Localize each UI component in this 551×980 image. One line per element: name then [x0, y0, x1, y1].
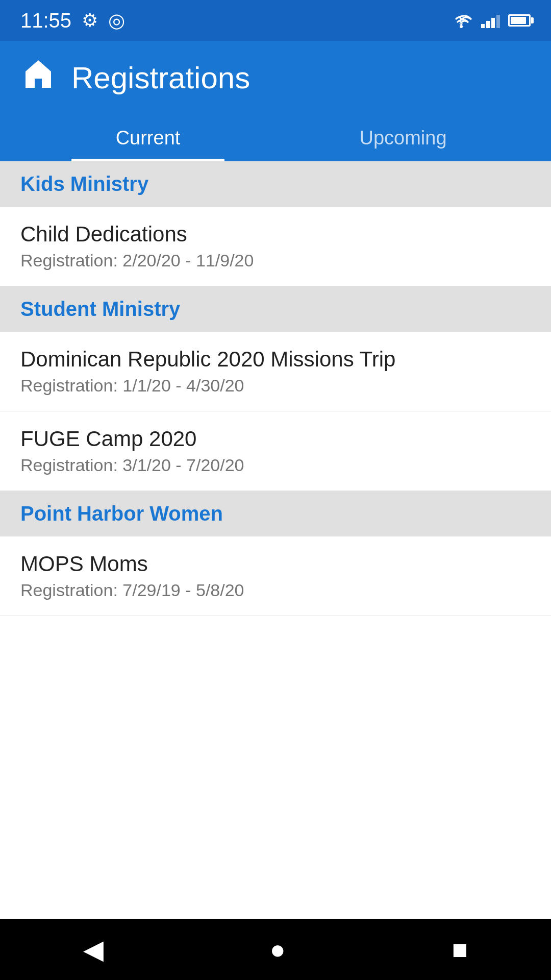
- header: Registrations Current Upcoming: [0, 41, 551, 161]
- item-title-mops-moms: MOPS Moms: [20, 552, 531, 576]
- status-bar-left: 11:55 ⚙ ◎: [20, 9, 125, 32]
- section-header-student-ministry: Student Ministry: [0, 286, 551, 332]
- wifi-icon: [449, 11, 473, 30]
- content-area: Kids Ministry Child Dedications Registra…: [0, 161, 551, 919]
- item-title-fuge-camp: FUGE Camp 2020: [20, 427, 531, 451]
- status-time: 11:55: [20, 9, 71, 32]
- home-icon[interactable]: [20, 56, 56, 100]
- back-button[interactable]: ◀: [83, 934, 104, 965]
- recent-button[interactable]: ■: [452, 934, 468, 965]
- at-circle-icon: ◎: [108, 9, 125, 32]
- section-title-student-ministry: Student Ministry: [20, 298, 180, 320]
- list-item-child-dedications[interactable]: Child Dedications Registration: 2/20/20 …: [0, 207, 551, 286]
- item-title-child-dedications: Child Dedications: [20, 222, 531, 247]
- tab-upcoming[interactable]: Upcoming: [276, 115, 531, 161]
- item-subtitle-fuge-camp: Registration: 3/1/20 - 7/20/20: [20, 455, 531, 475]
- battery-icon: [508, 14, 531, 27]
- status-bar: 11:55 ⚙ ◎: [0, 0, 551, 41]
- gear-icon: ⚙: [82, 10, 98, 31]
- tab-bar: Current Upcoming: [20, 115, 531, 161]
- svg-point-0: [460, 25, 463, 28]
- section-title-kids-ministry: Kids Ministry: [20, 173, 148, 195]
- home-button[interactable]: ●: [270, 934, 286, 965]
- section-header-point-harbor-women: Point Harbor Women: [0, 491, 551, 536]
- item-title-dominican-republic: Dominican Republic 2020 Missions Trip: [20, 347, 531, 372]
- page-title: Registrations: [71, 60, 250, 95]
- list-item-fuge-camp[interactable]: FUGE Camp 2020 Registration: 3/1/20 - 7/…: [0, 411, 551, 491]
- list-item-dominican-republic[interactable]: Dominican Republic 2020 Missions Trip Re…: [0, 332, 551, 411]
- list-item-mops-moms[interactable]: MOPS Moms Registration: 7/29/19 - 5/8/20: [0, 536, 551, 616]
- status-bar-right: [449, 11, 531, 30]
- item-subtitle-dominican-republic: Registration: 1/1/20 - 4/30/20: [20, 376, 531, 396]
- section-header-kids-ministry: Kids Ministry: [0, 161, 551, 207]
- item-subtitle-mops-moms: Registration: 7/29/19 - 5/8/20: [20, 580, 531, 600]
- header-title-row: Registrations: [20, 56, 531, 115]
- tab-current[interactable]: Current: [20, 115, 276, 161]
- bottom-nav-bar: ◀ ● ■: [0, 919, 551, 980]
- item-subtitle-child-dedications: Registration: 2/20/20 - 11/9/20: [20, 251, 531, 271]
- signal-icon: [481, 13, 500, 28]
- section-title-point-harbor-women: Point Harbor Women: [20, 502, 223, 525]
